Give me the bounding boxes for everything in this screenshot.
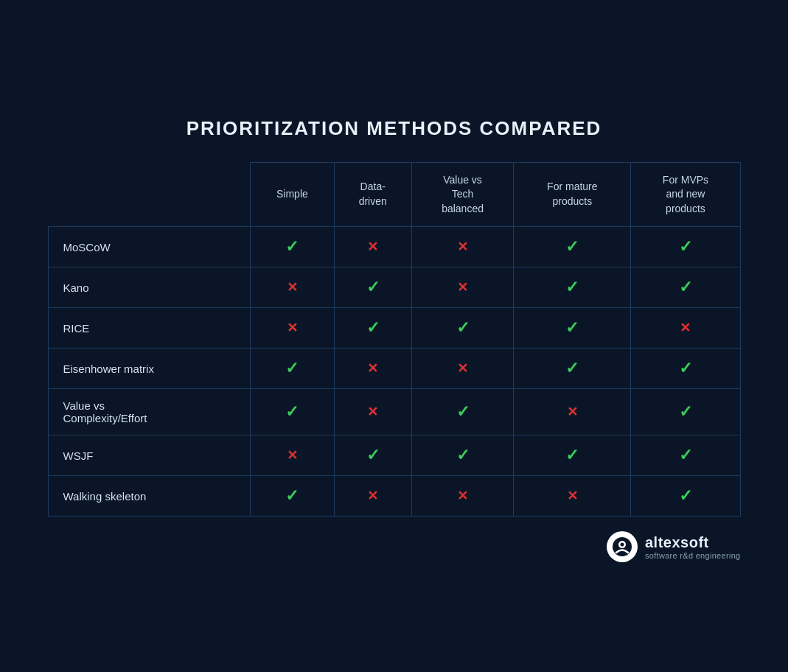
cross-icon: ✕ [287,280,298,295]
cross-icon: ✕ [567,489,578,503]
check-icon: ✓ [456,446,470,464]
cell-1-method: Kano [48,267,251,308]
cell-1-mature_products: ✓ [514,267,631,308]
cross-icon: ✕ [457,239,468,254]
cell-6-data_driven: ✕ [334,476,411,517]
col-header-value-vs-tech: Value vsTechbalanced [411,162,513,227]
cell-4-value_vs_tech: ✓ [411,389,513,435]
cross-icon: ✕ [457,489,468,503]
cell-3-data_driven: ✕ [334,349,411,389]
brand-text: altexsoft software r&d engineering [645,534,741,560]
cell-0-value_vs_tech: ✕ [411,227,513,267]
cell-5-method: WSJF [48,435,251,476]
col-header-data-driven: Data-driven [334,162,411,227]
cell-6-mvps: ✓ [631,476,740,517]
altexsoft-icon [612,536,632,557]
table-row: Walking skeleton✓✕✕✕✓ [48,476,740,517]
cell-2-mvps: ✕ [631,308,740,349]
table-row: Eisenhower matrix✓✕✕✓✓ [48,349,740,389]
cell-5-simple: ✕ [251,435,334,476]
cell-4-simple: ✓ [251,389,334,435]
cell-6-mature_products: ✕ [514,476,631,517]
check-icon: ✓ [565,237,579,256]
main-container: PRIORITIZATION METHODS COMPARED Simple D… [33,95,756,578]
cell-2-data_driven: ✓ [334,308,411,349]
check-icon: ✓ [565,278,579,296]
cell-2-value_vs_tech: ✓ [411,308,513,349]
cell-0-mature_products: ✓ [514,227,631,267]
col-header-mature-products: For matureproducts [514,162,631,227]
cross-icon: ✕ [567,405,578,419]
check-icon: ✓ [565,446,579,464]
cross-icon: ✕ [367,405,378,419]
cell-5-mvps: ✓ [631,435,740,476]
comparison-table: Simple Data-driven Value vsTechbalanced … [48,162,741,517]
table-row: Kano✕✓✕✓✓ [48,267,740,308]
check-icon: ✓ [679,446,692,464]
cell-4-mvps: ✓ [631,389,740,435]
check-icon: ✓ [366,278,380,296]
cell-0-data_driven: ✕ [334,227,411,267]
cell-0-simple: ✓ [251,227,334,267]
cross-icon: ✕ [457,280,468,295]
cross-icon: ✕ [287,321,298,335]
cell-6-method: Walking skeleton [48,476,251,517]
check-icon: ✓ [679,237,692,256]
cell-2-method: RICE [48,308,251,349]
cell-2-mature_products: ✓ [514,308,631,349]
col-header-simple: Simple [251,162,334,227]
cell-5-data_driven: ✓ [334,435,411,476]
check-icon: ✓ [456,318,470,337]
cross-icon: ✕ [367,489,378,503]
check-icon: ✓ [366,318,380,337]
cross-icon: ✕ [680,321,691,335]
check-icon: ✓ [456,402,470,421]
cell-3-mature_products: ✓ [514,349,631,389]
cell-3-simple: ✓ [251,349,334,389]
check-icon: ✓ [366,446,380,464]
cell-1-simple: ✕ [251,267,334,308]
cell-4-data_driven: ✕ [334,389,411,435]
cell-3-mvps: ✓ [631,349,740,389]
col-header-mvps: For MVPsand newproducts [631,162,740,227]
cell-1-mvps: ✓ [631,267,740,308]
check-icon: ✓ [565,318,579,337]
cross-icon: ✕ [457,361,468,376]
table-row: Value vsComplexity/Effort✓✕✓✕✓ [48,389,740,435]
cell-6-value_vs_tech: ✕ [411,476,513,517]
cell-3-value_vs_tech: ✕ [411,349,513,389]
check-icon: ✓ [679,359,692,377]
brand-name: altexsoft [645,534,709,551]
cell-1-data_driven: ✓ [334,267,411,308]
check-icon: ✓ [679,278,692,296]
cell-3-method: Eisenhower matrix [48,349,251,389]
cell-6-simple: ✓ [251,476,334,517]
table-row: RICE✕✓✓✓✕ [48,308,740,349]
cell-1-value_vs_tech: ✕ [411,267,513,308]
check-icon: ✓ [285,359,299,377]
check-icon: ✓ [285,486,299,505]
svg-point-2 [621,543,624,547]
cell-0-method: MoSCoW [48,227,251,267]
table-row: MoSCoW✓✕✕✓✓ [48,227,740,267]
table-body: MoSCoW✓✕✕✓✓Kano✕✓✕✓✓RICE✕✓✓✓✕Eisenhower … [48,227,740,517]
cell-2-simple: ✕ [251,308,334,349]
cross-icon: ✕ [367,239,378,254]
table-row: WSJF✕✓✓✓✓ [48,435,740,476]
brand-logo [607,531,638,562]
brand-tagline: software r&d engineering [645,551,741,560]
page-title: PRIORITIZATION METHODS COMPARED [48,117,741,140]
cell-5-mature_products: ✓ [514,435,631,476]
cross-icon: ✕ [367,361,378,376]
cell-4-mature_products: ✕ [514,389,631,435]
check-icon: ✓ [285,237,299,256]
col-header-method [48,162,251,227]
check-icon: ✓ [679,402,692,421]
cell-0-mvps: ✓ [631,227,740,267]
cell-4-method: Value vsComplexity/Effort [48,389,251,435]
check-icon: ✓ [285,402,299,421]
cell-5-value_vs_tech: ✓ [411,435,513,476]
check-icon: ✓ [679,486,692,505]
table-header-row: Simple Data-driven Value vsTechbalanced … [48,162,740,227]
check-icon: ✓ [565,359,579,377]
